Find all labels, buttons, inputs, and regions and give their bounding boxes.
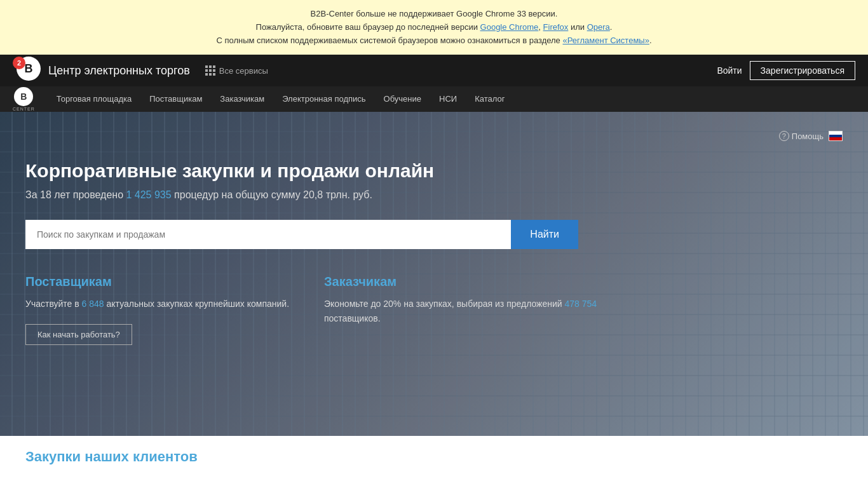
suppliers-start-button[interactable]: Как начать работать?: [25, 324, 132, 345]
hero-title: Корпоративные закупки и продажи онлайн: [25, 160, 843, 182]
reglament-link[interactable]: «Регламент Системы»: [562, 36, 649, 45]
suppliers-count: 6 848: [82, 299, 104, 309]
logo-badge: 2 B: [13, 57, 41, 85]
nav-item-trading[interactable]: Торговая площадка: [48, 86, 140, 112]
hero-content: ? Помощь Корпоративные закупки и продажи…: [0, 112, 868, 370]
customers-suppliers-count: 478 754: [565, 299, 597, 309]
suppliers-text: Участвуйте в 6 848 актуальных закупках к…: [25, 297, 299, 311]
main-navigation: B CENTER Торговая площадка Поставщикам З…: [0, 86, 868, 112]
login-button[interactable]: Войти: [717, 65, 742, 76]
hero-columns: Поставщикам Участвуйте в 6 848 актуальны…: [25, 274, 597, 344]
nav-items-list: Торговая площадка Поставщикам Заказчикам…: [48, 86, 514, 112]
chrome-link[interactable]: Google Chrome: [480, 22, 539, 32]
customers-title: Заказчикам: [324, 274, 597, 289]
suppliers-title: Поставщикам: [25, 274, 299, 289]
nav-logo-letter: B: [14, 87, 33, 106]
grid-icon: [205, 65, 215, 76]
nav-item-esign[interactable]: Электронная подпись: [273, 86, 374, 112]
hero-subtitle: За 18 лет проведено 1 425 935 процедур н…: [25, 189, 843, 201]
help-icon: ?: [779, 131, 789, 141]
bottom-section: Закупки наших клиентов: [0, 436, 868, 478]
firefox-link[interactable]: Firefox: [543, 22, 569, 32]
all-services-label: Все сервисы: [219, 66, 268, 76]
nav-item-catalog[interactable]: Каталог: [466, 86, 513, 112]
help-label: Помощь: [792, 132, 824, 141]
site-title: Центр электронных торгов: [48, 64, 190, 78]
nav-item-training[interactable]: Обучение: [375, 86, 430, 112]
banner-line3: С полным списком поддерживаемых системой…: [13, 34, 855, 48]
all-services-menu[interactable]: Все сервисы: [205, 65, 268, 76]
search-bar: Найти: [25, 220, 578, 249]
help-link[interactable]: ? Помощь: [779, 131, 824, 141]
browser-warning-banner: B2B-Center больше не поддерживает Google…: [0, 0, 868, 55]
search-button[interactable]: Найти: [511, 220, 578, 249]
suppliers-column: Поставщикам Участвуйте в 6 848 актуальны…: [25, 274, 299, 344]
header-right: Войти Зарегистрироваться: [717, 61, 855, 80]
header-top: 2 B Центр электронных торгов Все сервисы…: [0, 55, 868, 86]
nav-item-customers[interactable]: Заказчикам: [211, 86, 273, 112]
nav-logo-center-text: CENTER: [13, 107, 35, 111]
hero-help-area: ? Помощь: [25, 125, 843, 160]
nav-item-nsi[interactable]: НСИ: [430, 86, 466, 112]
search-input[interactable]: [25, 220, 511, 249]
hero-procedure-count: 1 425 935: [126, 189, 171, 200]
customers-column: Заказчикам Экономьте до 20% на закупках,…: [324, 274, 597, 344]
banner-line1: B2B-Center больше не поддерживает Google…: [13, 8, 855, 21]
logo-area[interactable]: 2 B Центр электронных торгов: [13, 57, 190, 85]
register-button[interactable]: Зарегистрироваться: [750, 61, 855, 80]
nav-item-suppliers[interactable]: Поставщикам: [140, 86, 211, 112]
opera-link[interactable]: Opera: [587, 22, 610, 32]
bottom-title: Закупки наших клиентов: [25, 449, 843, 465]
customers-text: Экономьте до 20% на закупках, выбирая из…: [324, 297, 597, 325]
hero-section: ? Помощь Корпоративные закупки и продажи…: [0, 112, 868, 436]
banner-line2: Пожалуйста, обновите ваш браузер до посл…: [13, 21, 855, 34]
nav-logo[interactable]: B CENTER: [13, 87, 35, 111]
russian-flag-icon: [829, 131, 843, 141]
